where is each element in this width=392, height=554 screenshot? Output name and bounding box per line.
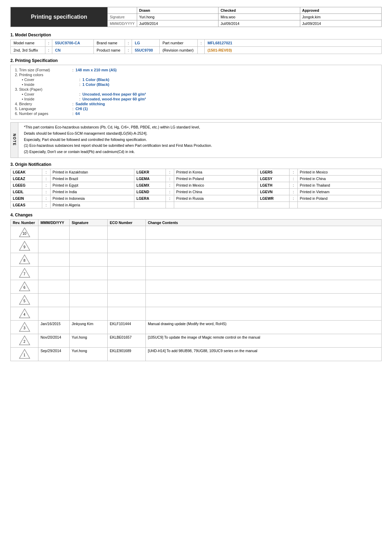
- pages-value: 64: [75, 111, 80, 116]
- language-label: 5. Language: [15, 107, 70, 111]
- origin-sep: [166, 202, 174, 208]
- pages-label: 6. Number of pages: [15, 111, 70, 116]
- rev-number-cell: 1: [11, 347, 38, 361]
- colon6: [198, 47, 205, 54]
- header-empty: [108, 7, 137, 14]
- change-date: [38, 239, 70, 253]
- part-number-label: Part number: [160, 39, 198, 47]
- bindery-row: 4. Bindery : Saddle stitching: [15, 102, 377, 106]
- drawn-label: Drawn: [137, 7, 218, 14]
- bindery-value: Saddle stitching: [75, 102, 105, 106]
- change-eco: [108, 253, 146, 266]
- note-line-3: (1) Eco-hazardous substances test report…: [24, 143, 378, 149]
- colon1: :: [45, 39, 52, 47]
- language-value: CHI (1): [75, 107, 88, 111]
- change-date: Jan/16/2015: [38, 320, 70, 334]
- stock-row: 3. Stock (Paper): [15, 87, 377, 91]
- origin-desc: Printed in Thailand: [297, 182, 381, 188]
- change-signature: [70, 226, 108, 239]
- origin-code: [258, 202, 289, 208]
- changes-row: 7: [11, 266, 382, 280]
- change-signature: [70, 280, 108, 293]
- printing-spec-box: 1. Trim size (Format) : 148 mm x 210 mm …: [10, 65, 382, 119]
- inside-stock-row: • Inside : Uncoated, wood-free paper 60 …: [15, 97, 377, 101]
- change-desc: [146, 307, 382, 320]
- rev-number: 3: [19, 326, 30, 330]
- changes-header-1: MMM/DD/YYY: [38, 219, 70, 226]
- inside-stock-colon: :: [79, 97, 80, 101]
- origin-code: LGEIL: [11, 188, 42, 195]
- note-line-4: (2) Especially, Don't use or contain lea…: [24, 149, 378, 155]
- origin-desc: Printed in Korea: [174, 169, 258, 175]
- change-desc: Manual drawing update (Modify the word, …: [146, 320, 382, 334]
- trim-size-value: 148 mm x 210 mm (A5): [75, 68, 117, 72]
- change-eco: [108, 226, 146, 239]
- note-line-0: *This part contains Eco-hazardous substa…: [24, 125, 378, 130]
- origin-sep: :: [42, 195, 50, 202]
- origin-sep: :: [166, 188, 174, 195]
- cover-color-value: 1 Color (Black): [82, 78, 109, 82]
- rev-number-cell: 7: [11, 266, 38, 280]
- change-desc: [146, 253, 382, 266]
- origin-sep: :: [42, 175, 50, 182]
- origin-sep: :: [42, 169, 50, 175]
- date-label: MMM/DD/YYYY: [108, 20, 137, 27]
- trim-colon: :: [72, 68, 73, 72]
- revision-label: (Revision number): [160, 47, 198, 54]
- revision-value: (1501-REV03): [205, 47, 382, 54]
- origin-code: LGESY: [258, 175, 289, 182]
- approved-signature: Jongok.kim: [300, 14, 381, 20]
- rev-number: 9: [19, 245, 30, 249]
- change-eco: EKLBE01657: [108, 334, 146, 347]
- changes-header-3: ECO Number: [108, 219, 146, 226]
- cover-stock-value: Uncoated, wood-free paper 60 g/m²: [82, 92, 146, 96]
- changes-row: 9: [11, 239, 382, 253]
- origin-section-title: 3. Origin Notification: [10, 162, 382, 167]
- part-number-value: MFL68127021: [205, 39, 382, 47]
- origin-sep: :: [166, 195, 174, 202]
- pages-row: 6. Number of pages : 64: [15, 111, 377, 116]
- origin-sep: :: [289, 188, 297, 195]
- rev-number: 1: [19, 353, 30, 357]
- model-table: Model name : 55UC9700-CA Brand name : LG…: [10, 39, 382, 54]
- origin-sep: :: [289, 169, 297, 175]
- pages-colon: :: [72, 111, 73, 116]
- cover-stock-colon: :: [79, 92, 80, 96]
- rev-number: 5: [19, 299, 30, 303]
- origin-code: LGEKR: [134, 169, 166, 175]
- origin-code: LGEND: [134, 188, 166, 195]
- origin-code: LGEAZ: [11, 175, 42, 182]
- inside-stock-label: • Inside: [22, 97, 77, 101]
- change-desc: [146, 266, 382, 280]
- change-eco: EKLE901689: [108, 347, 146, 361]
- colon5: :: [125, 47, 132, 54]
- document-title: Printing specification: [11, 7, 108, 27]
- change-signature: Yuri.hong: [70, 334, 108, 347]
- origin-desc: Printed in Indonesia: [50, 195, 134, 202]
- origin-desc: [297, 202, 381, 208]
- note-side-label: NOTE: [11, 123, 18, 158]
- bindery-label: 4. Bindery: [15, 102, 70, 106]
- rev-number: 7: [19, 272, 30, 276]
- rev-number: 4: [19, 313, 30, 316]
- checked-label: Checked: [219, 7, 300, 14]
- rev-number-cell: 3: [11, 320, 38, 334]
- changes-row: 6: [11, 280, 382, 293]
- change-eco: [108, 307, 146, 320]
- note-content: *This part contains Eco-hazardous substa…: [24, 125, 378, 155]
- changes-header-0: Rev. Number: [11, 219, 38, 226]
- origin-sep: :: [166, 182, 174, 188]
- change-desc: [105UC9] To update the image of Magic re…: [146, 334, 382, 347]
- origin-desc: Printed in Mexico: [297, 169, 381, 175]
- origin-desc: Printed in Egypt: [50, 182, 134, 188]
- change-date: [38, 226, 70, 239]
- change-date: [38, 307, 70, 320]
- change-signature: [70, 293, 108, 307]
- origin-desc: Printed in Kazakhstan: [50, 169, 134, 175]
- language-colon: :: [72, 107, 73, 111]
- origin-code: LGETH: [258, 182, 289, 188]
- printing-colors-label: 2. Printing colors: [15, 73, 70, 77]
- brand-name-label: Brand name: [94, 39, 125, 47]
- change-desc: [146, 239, 382, 253]
- change-date: [38, 293, 70, 307]
